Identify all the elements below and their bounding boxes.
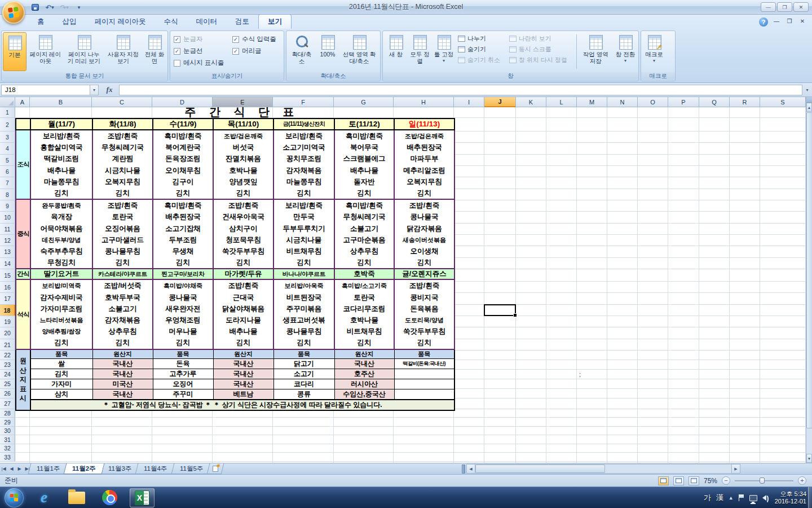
ribbon-button[interactable]: 기본 (3, 32, 27, 71)
day-header-cell[interactable]: 월(11/7) (30, 119, 92, 130)
origin-label[interactable]: 원산지표시 (16, 349, 30, 410)
origin-value-cell[interactable]: 수입산,중국산 (334, 389, 394, 400)
row-header-32[interactable]: 32 (0, 444, 15, 453)
scroll-down-button[interactable]: ▼ (806, 454, 812, 463)
row-header-2[interactable]: 2 (0, 118, 15, 132)
row-header-18[interactable]: 18 (0, 305, 15, 316)
origin-item-cell[interactable] (394, 379, 454, 389)
zoom-slider-thumb[interactable] (760, 478, 765, 484)
ribbon-tab[interactable]: 홈 (28, 15, 54, 29)
origin-value-cell[interactable]: 국내산 (92, 369, 153, 379)
ime-korean-indicator[interactable]: 가 (704, 493, 711, 503)
minimize-button[interactable]: — (761, 2, 776, 12)
insert-function-button[interactable]: fx (102, 85, 117, 95)
row-header-4[interactable]: 4 (0, 143, 15, 155)
snack-cell[interactable]: 바나나/야쿠르트 (273, 269, 334, 279)
ribbon-checkbox[interactable]: 수식 입력줄 (232, 34, 276, 44)
origin-value-cell[interactable]: 국내산 (213, 369, 273, 379)
row-header-19[interactable]: 19 (0, 316, 15, 327)
scroll-left-button[interactable]: ◀ (466, 464, 475, 474)
column-header-K[interactable]: K (516, 97, 546, 107)
action-center-flag-icon[interactable] (739, 494, 744, 501)
day-header-cell[interactable]: 수(11/9) (153, 119, 213, 130)
column-header-B[interactable]: B (30, 97, 92, 107)
row-header-30[interactable]: 30 (0, 427, 15, 435)
ribbon-button[interactable]: 100% (316, 32, 339, 71)
meal-cell[interactable]: 완두콩밥/흰죽육개장어묵야채볶음데친두부/양념숙주부추무침무청김치 (30, 199, 92, 269)
zoom-slider[interactable] (735, 476, 793, 485)
internet-explorer-button[interactable]: e (32, 488, 56, 507)
ribbon-small-button[interactable]: 숨기기 취소 (458, 56, 505, 64)
row-header-7[interactable]: 7 (0, 177, 15, 189)
day-header-cell[interactable]: 토(11/12) (334, 119, 394, 130)
name-box-dropdown[interactable]: ▾ (90, 85, 99, 95)
origin-item-cell[interactable]: 쌀 (30, 358, 92, 369)
meal-cell[interactable]: 조밥/검은깨죽버섯국잔멸치볶음호박나물양념깻잎김치 (213, 130, 273, 199)
day-header-cell[interactable]: 금(11/11)생신잔치 (273, 119, 334, 130)
origin-value-cell[interactable]: 러시아산 (334, 379, 394, 389)
origin-item-cell[interactable]: 돈육 (153, 358, 213, 369)
normal-view-button[interactable] (658, 476, 669, 485)
ribbon-small-button[interactable]: 나란히 보기 (509, 34, 573, 43)
workbook-restore-button[interactable]: ❐ (784, 18, 795, 24)
qat-customize-button[interactable]: ▾ (73, 2, 85, 12)
ribbon-checkbox[interactable]: 메시지 표시줄 (174, 58, 228, 68)
row-header-31[interactable]: 31 (0, 435, 15, 444)
snack-cell[interactable]: 찐고구마/보리차 (153, 269, 213, 279)
origin-header-cell[interactable]: 품목 (153, 349, 213, 359)
row-header-9[interactable]: 9 (0, 200, 15, 212)
meal-cell[interactable]: 조밥/흰죽토란국오징어볶음고구마샐러드콩나물무침김치 (92, 199, 153, 269)
diet-note-cell[interactable]: ＊ 고혈압- 저염식 당뇨식- 잡곡밥 ＊ ＊ 상기 식단은 시장수급사정에 따… (30, 400, 454, 410)
vertical-scroll-thumb[interactable] (806, 112, 812, 428)
meal-cell[interactable]: 조밥/흰죽무청씨레기국계란찜시금치나물오복지무침김치 (92, 130, 153, 199)
origin-header-cell[interactable]: 품목 (273, 349, 334, 359)
origin-value-cell[interactable]: 국내산 (213, 358, 273, 369)
ribbon-tab[interactable]: 페이지 레이아웃 (86, 15, 155, 29)
column-header-S[interactable]: S (760, 97, 806, 107)
meal-cell[interactable]: 보리밥/아욱죽비트된장국주꾸미볶음생표고버섯볶콩나물무침김치 (273, 279, 334, 349)
page-break-view-button[interactable] (689, 476, 699, 485)
row-header-3[interactable]: 3 (0, 132, 15, 143)
office-button[interactable] (2, 1, 25, 24)
origin-header-cell[interactable]: 품목 (30, 349, 92, 359)
sheet-tab[interactable]: 11월2주 (64, 463, 104, 474)
sheet-tab[interactable]: 11월5주 (171, 463, 211, 474)
column-header-R[interactable]: R (730, 97, 760, 107)
origin-value-cell[interactable]: 국내산 (213, 379, 273, 389)
ribbon-button[interactable]: 전체 화면 (143, 32, 166, 71)
origin-item-cell[interactable]: 코다리 (273, 379, 334, 389)
ribbon-button[interactable]: 확대/축소 (288, 32, 316, 71)
origin-item-cell[interactable]: 떡갈비(돈육:국내산) (394, 358, 454, 369)
meal-cell[interactable]: 보리밥/흰죽홍합살미역국떡갈비조림배추나물마늘쫑무침김치 (30, 130, 92, 199)
sheet-tab[interactable]: 11월1주 (28, 463, 69, 474)
horizontal-scroll-thumb[interactable] (475, 465, 605, 473)
ribbon-tab[interactable]: 검토 (226, 15, 258, 29)
section-label-석식[interactable]: 석식 (16, 279, 30, 349)
ribbon-small-button[interactable]: 숨기기 (458, 45, 505, 54)
worksheet-grid[interactable]: ABCDEFGHIJKLMNOPQRS 12345678910111213141… (0, 97, 806, 463)
row-header-28[interactable]: 28 (0, 409, 15, 418)
row-header-29[interactable]: 29 (0, 418, 15, 427)
insert-worksheet-tab[interactable] (207, 463, 224, 474)
meal-cell[interactable]: 조밥/검은깨죽배추된장국마파두부메추리알조림오복지무침김치 (394, 130, 454, 199)
meal-cell[interactable]: 조밥/흰죽콩비지국돈육볶음도토리묵/양념쑥갓두부무침김치 (394, 279, 454, 349)
day-header-cell[interactable]: 일(11/13) (394, 119, 454, 130)
origin-item-cell[interactable]: 김치 (30, 369, 92, 379)
column-header-Q[interactable]: Q (699, 97, 730, 107)
name-box[interactable]: J18 (1, 85, 90, 95)
ime-hanja-indicator[interactable]: 漢 (716, 493, 723, 503)
sheet-tab[interactable]: 11월4주 (135, 463, 176, 474)
row-header-22[interactable]: 22 (0, 351, 15, 360)
meal-cell[interactable]: 흑미밥/흰죽배추된장국소고기잡채두부조림무생채김치 (153, 199, 213, 269)
row-header-16[interactable]: 16 (0, 282, 15, 293)
row-header-1[interactable]: 1 (0, 107, 15, 118)
sheet-tab[interactable]: 11월3주 (100, 463, 140, 474)
previous-sheet-button[interactable]: ◀ (8, 463, 16, 474)
workbook-close-button[interactable]: ✕ (797, 18, 807, 24)
split-handle[interactable] (806, 97, 812, 103)
origin-item-cell[interactable]: 고추가루 (153, 369, 213, 379)
column-header-C[interactable]: C (92, 97, 152, 107)
ribbon-small-button[interactable]: 창 위치 다시 정렬 (509, 56, 573, 64)
row-header-12[interactable]: 12 (0, 235, 15, 246)
snack-cell[interactable]: 카스테라/야쿠르트 (92, 269, 153, 279)
